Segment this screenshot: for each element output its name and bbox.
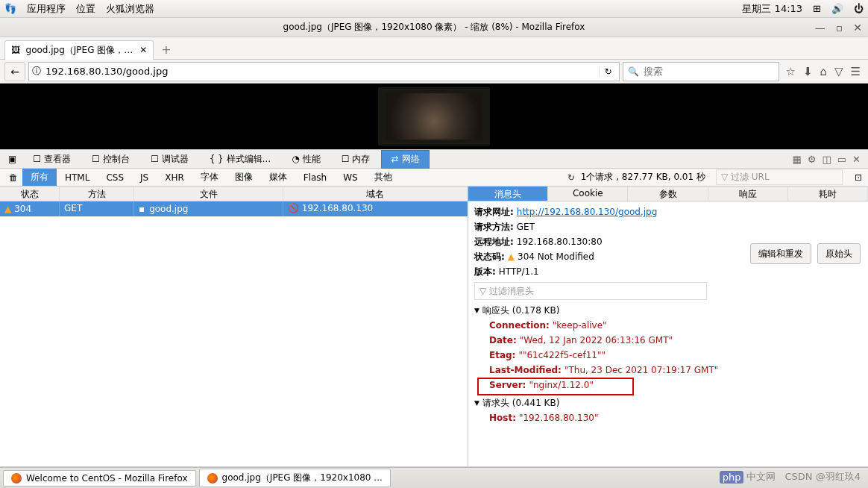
header-value: "Thu, 23 Dec 2021 07:19:17 GMT" [564, 363, 718, 378]
clock: 星期三 14:13 [742, 2, 802, 16]
minimize-button[interactable]: — [815, 22, 825, 34]
request-details: 消息头 Cookie 参数 响应 耗时 请求网址: http://192.168… [468, 187, 868, 466]
search-bar[interactable]: 🔍 [623, 62, 779, 81]
header-value: "Wed, 12 Jan 2022 06:13:16 GMT" [520, 333, 673, 348]
menu-icon[interactable]: ☰ [851, 65, 861, 78]
filter-ws[interactable]: WS [335, 170, 365, 185]
star-icon[interactable]: ☆ [785, 65, 795, 78]
filter-images[interactable]: 图像 [227, 169, 261, 186]
filter-css[interactable]: CSS [98, 170, 132, 185]
filter-html[interactable]: HTML [57, 170, 98, 185]
new-tab-button[interactable]: + [158, 42, 174, 58]
tab-favicon: 🖼 [11, 45, 20, 55]
gnome-icon: 👣 [4, 3, 16, 14]
tab-memory[interactable]: ☐ 内存 [332, 150, 380, 169]
devtools-picker-icon[interactable]: ▣ [3, 151, 22, 167]
header-key: Etag: [489, 348, 515, 363]
url-bar[interactable]: ⓘ ↻ [28, 62, 620, 81]
devtools-close-icon[interactable]: ✕ [852, 154, 861, 165]
browser-tabs: 🖼 good.jpg（JPEG 图像，1... ✕ + [0, 37, 868, 60]
tab-params[interactable]: 参数 [628, 187, 708, 201]
search-icon: 🔍 [628, 66, 639, 77]
tab-style[interactable]: { } 样式编辑... [200, 150, 281, 169]
watermark: php中文网 CSDN @羽红玖4 [720, 470, 861, 484]
browser-tab[interactable]: 🖼 good.jpg（JPEG 图像，1... ✕ [4, 40, 154, 60]
clear-icon[interactable]: 🗑 [4, 172, 22, 183]
file-thumb-icon: ▪ [139, 204, 145, 214]
edit-resend-button[interactable]: 编辑和重发 [750, 243, 811, 264]
table-row[interactable]: ▲ 304 GET ▪ good.jpg 🚫 192.168.80.130 [0, 201, 468, 216]
menu-applications[interactable]: 应用程序 [27, 2, 66, 16]
tab-timings[interactable]: 耗时 [788, 187, 868, 201]
header-key: Host: [489, 410, 516, 425]
pocket-icon[interactable]: ▽ [834, 65, 843, 78]
header-value: "keep-alive" [553, 318, 607, 333]
request-headers-section[interactable]: ▼请求头 (0.441 KB) [474, 395, 862, 410]
window-title-text: good.jpg（JPEG 图像，1920x1080 像素） - 缩放 (8%)… [283, 21, 585, 34]
tab-label: good.jpg（JPEG 图像，1... [26, 44, 134, 57]
filter-flash[interactable]: Flash [295, 170, 335, 185]
response-headers-section[interactable]: ▼响应头 (0.178 KB) [474, 303, 862, 318]
devtools-layout-icon[interactable]: ▦ [793, 154, 802, 165]
desktop-menubar: 👣 应用程序 位置 火狐浏览器 星期三 14:13 ⊞ 🔊 ⏻ [0, 0, 868, 18]
filter-all[interactable]: 所有 [22, 169, 57, 186]
header-key: Connection: [489, 318, 550, 333]
detail-tabs: 消息头 Cookie 参数 响应 耗时 [468, 187, 868, 201]
firefox-icon [11, 473, 22, 484]
header-key: Date: [489, 333, 517, 348]
tab-cookies[interactable]: Cookie [548, 187, 628, 201]
menu-places[interactable]: 位置 [76, 2, 95, 16]
tab-network[interactable]: ⇄ 网络 [381, 150, 429, 169]
filter-headers-input[interactable]: ▽ 过滤消息头 [474, 282, 707, 300]
tab-headers[interactable]: 消息头 [468, 187, 548, 201]
download-icon[interactable]: ⬇ [803, 65, 813, 78]
nav-back-button[interactable]: ← [4, 62, 25, 81]
devtools-undock-icon[interactable]: ▭ [837, 154, 846, 165]
volume-icon[interactable]: 🔊 [831, 3, 843, 14]
network-table: 状态 方法 文件 域名 ▲ 304 GET ▪ good.jpg 🚫 192.1… [0, 187, 468, 466]
info-icon[interactable]: ⓘ [32, 65, 41, 78]
table-header: 状态 方法 文件 域名 [0, 187, 468, 201]
tab-response[interactable]: 响应 [708, 187, 788, 201]
home-icon[interactable]: ⌂ [820, 65, 827, 78]
devtools-dock-icon[interactable]: ◫ [823, 154, 831, 165]
col-status[interactable]: 状态 [0, 187, 60, 201]
highlight-box [477, 378, 634, 395]
image-preview [378, 87, 490, 146]
power-icon[interactable]: ⏻ [854, 3, 864, 14]
menu-browser[interactable]: 火狐浏览器 [106, 2, 154, 16]
col-domain[interactable]: 域名 [283, 187, 468, 201]
reload-request-icon[interactable]: ↻ [567, 172, 575, 183]
close-button[interactable]: ✕ [853, 22, 862, 34]
requests-summary: 1个请求 , 827.77 KB, 0.01 秒 [581, 171, 705, 184]
popout-icon[interactable]: ⊡ [853, 171, 864, 184]
reload-icon[interactable]: ↻ [599, 66, 616, 77]
devtools-settings-icon[interactable]: ⚙ [808, 154, 817, 165]
search-input[interactable] [644, 66, 774, 77]
status-warning-icon: ▲ [508, 249, 515, 264]
network-icon[interactable]: ⊞ [813, 3, 821, 14]
filter-js[interactable]: JS [132, 170, 157, 185]
maximize-button[interactable]: ▫ [836, 22, 843, 34]
raw-headers-button[interactable]: 原始头 [817, 243, 861, 264]
url-input[interactable] [45, 66, 594, 77]
address-toolbar: ← ⓘ ↻ 🔍 ☆ ⬇ ⌂ ▽ ☰ [0, 60, 868, 84]
tab-console[interactable]: ☐ 控制台 [82, 150, 139, 169]
tab-performance[interactable]: ◔ 性能 [282, 150, 330, 169]
task-item[interactable]: Welcome to CentOS - Mozilla Firefox [3, 470, 196, 487]
filter-url-input[interactable]: ▽ 过滤 URL [716, 169, 843, 185]
tab-debugger[interactable]: ☐ 调试器 [141, 150, 198, 169]
page-content [0, 84, 868, 149]
task-item[interactable]: good.jpg（JPEG 图像，1920x1080 ... [199, 469, 391, 487]
firefox-icon [207, 473, 218, 484]
filter-media[interactable]: 媒体 [261, 169, 295, 186]
col-method[interactable]: 方法 [60, 187, 134, 201]
tab-inspector[interactable]: ☐ 查看器 [23, 150, 81, 169]
request-url[interactable]: http://192.168.80.130/good.jpg [517, 204, 658, 219]
filter-other[interactable]: 其他 [366, 169, 400, 186]
header-value: "192.168.80.130" [519, 410, 598, 425]
filter-fonts[interactable]: 字体 [192, 169, 227, 186]
filter-xhr[interactable]: XHR [157, 170, 192, 185]
tab-close-icon[interactable]: ✕ [139, 45, 147, 55]
col-file[interactable]: 文件 [134, 187, 283, 201]
